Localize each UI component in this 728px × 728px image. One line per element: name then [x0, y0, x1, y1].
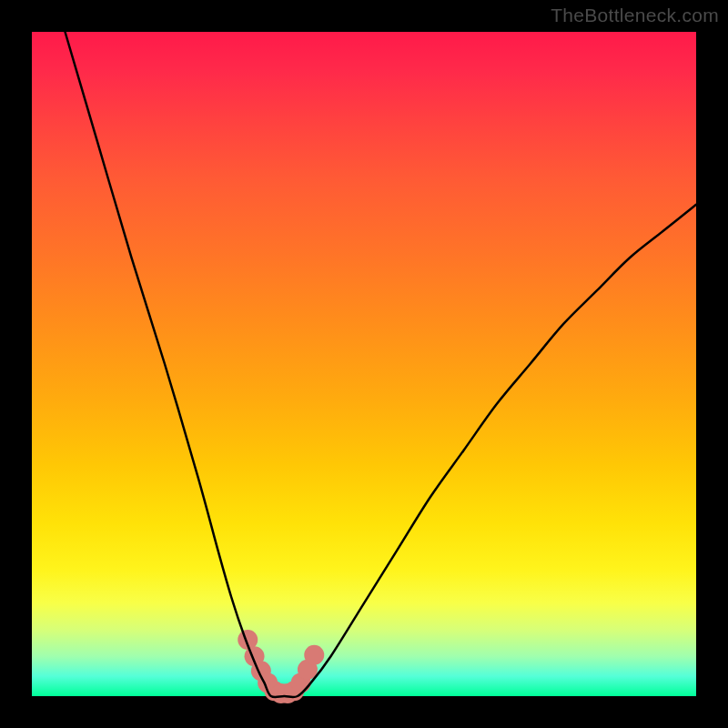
marker-dot — [304, 645, 324, 665]
chart-overlay — [32, 32, 696, 696]
marker-group — [238, 630, 324, 703]
bottleneck-curve — [66, 32, 697, 697]
watermark-label: TheBottleneck.com — [551, 5, 719, 26]
